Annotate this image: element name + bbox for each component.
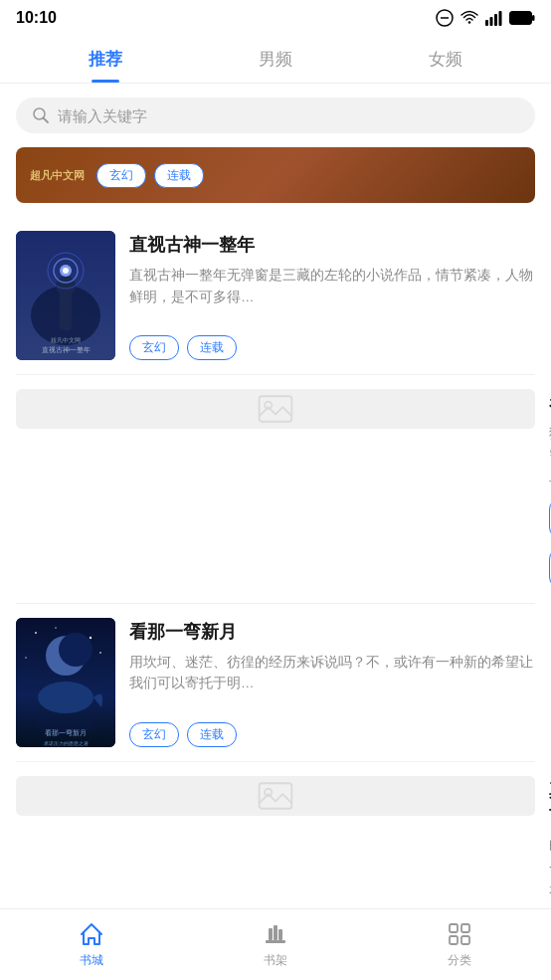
svg-rect-2 — [485, 20, 488, 26]
svg-rect-37 — [266, 940, 285, 943]
image-placeholder-icon-2 — [256, 776, 295, 816]
book-cover-kanna: 看那一弯新月 承诺压力的恩恩之著 — [16, 618, 115, 747]
shelf-icon — [262, 920, 289, 948]
svg-rect-35 — [260, 783, 292, 808]
search-icon — [32, 106, 50, 124]
svg-rect-4 — [494, 14, 497, 26]
banner-tag-lianzai: 连载 — [154, 163, 204, 188]
book-tags-zhishi: 玄幻 连载 — [129, 335, 535, 360]
svg-point-31 — [38, 682, 93, 713]
book-list: 超凡中文网 玄幻 连载 — [0, 147, 551, 980]
battery-icon — [509, 11, 535, 25]
book-desc-kanna: 用坎坷、迷茫、彷徨的经历来诉说吗？不，或许有一种新的希望让我们可以寄托于明… — [129, 652, 535, 712]
tag-lianzai-2: 连载 — [187, 722, 237, 747]
bottom-nav: 书城 书架 分类 — [0, 908, 551, 980]
book-cover-kanjian — [16, 389, 535, 429]
tab-male[interactable]: 男频 — [235, 36, 316, 83]
wifi-icon — [459, 10, 479, 26]
book-cover-zhenshishijie — [16, 776, 535, 816]
svg-rect-40 — [278, 929, 282, 940]
tab-recommend[interactable]: 推荐 — [65, 36, 146, 83]
book-tags-kanna: 玄幻 连载 — [129, 722, 535, 747]
search-bar[interactable] — [16, 98, 535, 133]
svg-rect-41 — [450, 924, 458, 932]
top-banner[interactable]: 超凡中文网 玄幻 连载 — [16, 147, 535, 203]
image-placeholder-icon — [256, 389, 295, 429]
book-title-zhishi: 直视古神一整年 — [129, 233, 535, 257]
status-bar: 10:10 — [0, 0, 551, 36]
nav-label-shelf: 书架 — [264, 952, 287, 969]
svg-text:承诺压力的恩恩之著: 承诺压力的恩恩之著 — [44, 740, 89, 746]
home-icon — [78, 920, 105, 948]
svg-rect-8 — [511, 13, 529, 23]
book-desc-zhishi: 直视古神一整年无弹窗是三藏的左轮的小说作品，情节紧凑，人物鲜明，是不可多得… — [129, 265, 535, 325]
svg-rect-43 — [450, 936, 458, 944]
tag-lianzai-0: 连载 — [187, 335, 237, 360]
book-item-kanna[interactable]: 看那一弯新月 承诺压力的恩恩之著 看那一弯新月 用坎坷、迷茫、彷徨的经历来诉说吗… — [16, 604, 535, 762]
svg-rect-7 — [532, 15, 535, 21]
dnd-icon — [436, 9, 454, 27]
svg-point-27 — [99, 652, 101, 654]
main-content: 超凡中文网 玄幻 连载 — [0, 98, 551, 980]
svg-point-26 — [55, 627, 57, 629]
signal-icon — [485, 10, 503, 26]
svg-point-18 — [63, 268, 69, 274]
book-info-zhishi: 直视古神一整年 直视古神一整年无弹窗是三藏的左轮的小说作品，情节紧凑，人物鲜明，… — [129, 231, 535, 360]
book-cover-zhishi: 直视古神一整年 超凡中文网 — [16, 231, 115, 360]
nav-label-bookstore: 书城 — [80, 952, 103, 969]
svg-rect-5 — [499, 11, 502, 26]
banner-label: 超凡中文网 — [30, 168, 85, 183]
status-time: 10:10 — [16, 9, 57, 27]
svg-rect-44 — [461, 936, 469, 944]
banner-tag-xuanhuan: 玄幻 — [96, 163, 146, 188]
status-icons — [436, 9, 535, 27]
svg-rect-38 — [269, 928, 273, 940]
nav-item-bookstore[interactable]: 书城 — [0, 920, 184, 969]
svg-text:直视古神一整年: 直视古神一整年 — [42, 346, 91, 353]
nav-item-category[interactable]: 分类 — [367, 920, 551, 969]
svg-point-24 — [35, 632, 37, 634]
nav-item-shelf[interactable]: 书架 — [184, 920, 368, 969]
svg-line-10 — [44, 118, 49, 123]
svg-point-14 — [56, 276, 76, 295]
search-input[interactable] — [58, 107, 519, 124]
top-tabs: 推荐 男频 女频 — [0, 36, 551, 84]
nav-label-category: 分类 — [448, 952, 471, 969]
svg-rect-13 — [60, 291, 72, 330]
svg-rect-3 — [490, 17, 493, 26]
svg-rect-21 — [260, 396, 292, 421]
book-info-kanna: 看那一弯新月 用坎坷、迷茫、彷徨的经历来诉说吗？不，或许有一种新的希望让我们可以… — [129, 618, 535, 747]
cover-svg-zhishi: 直视古神一整年 超凡中文网 — [16, 231, 115, 360]
cover-svg-kanna: 看那一弯新月 承诺压力的恩恩之著 — [16, 618, 115, 747]
book-item-zhishi[interactable]: 直视古神一整年 超凡中文网 直视古神一整年 直视古神一整年无弹窗是三藏的左轮的小… — [16, 217, 535, 375]
svg-text:超凡中文网: 超凡中文网 — [51, 336, 81, 343]
svg-point-25 — [90, 637, 92, 639]
grid-icon — [446, 920, 473, 948]
tag-xuanhuan-0: 玄幻 — [129, 335, 179, 360]
tab-female[interactable]: 女频 — [405, 36, 486, 83]
svg-text:看那一弯新月: 看那一弯新月 — [45, 729, 87, 736]
svg-rect-42 — [461, 924, 469, 932]
svg-point-28 — [25, 657, 27, 659]
tag-xuanhuan-2: 玄幻 — [129, 722, 179, 747]
svg-point-30 — [59, 633, 92, 667]
svg-rect-39 — [274, 925, 277, 940]
book-title-kanna: 看那一弯新月 — [129, 620, 535, 644]
book-item-kanjian[interactable]: 看剑 狩魔需渴血，九州恃风雷，照胆撼八荒，那剑绕指柔！灾劫将至，山河飘零，且看我… — [16, 375, 535, 604]
banner-tags: 玄幻 连载 — [96, 163, 204, 188]
